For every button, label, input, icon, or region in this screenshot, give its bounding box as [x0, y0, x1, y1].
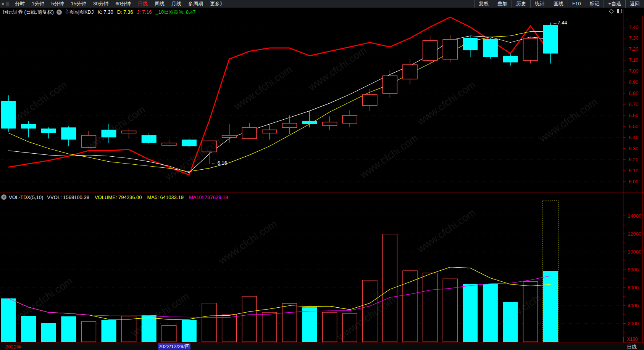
volume-bar[interactable] [503, 302, 518, 342]
volume-bar[interactable] [543, 271, 558, 342]
volume-bar[interactable] [182, 320, 197, 342]
volume-unit-label: X100 [623, 337, 641, 342]
volume-bar[interactable] [41, 323, 56, 342]
candle[interactable] [262, 130, 277, 133]
vol-ma5-value: MA5: 641033.19 [147, 194, 183, 200]
axis-label: 12000 [628, 231, 641, 237]
price-ma-white-line [8, 36, 550, 173]
year-label: 2022年 [5, 344, 21, 350]
candle[interactable] [463, 38, 478, 50]
axis-label: 7.10 [629, 57, 638, 63]
volume-bar[interactable] [282, 303, 297, 342]
axis-label: 7.00 [629, 68, 638, 74]
candle[interactable] [61, 127, 76, 140]
axis-label: 8000 [628, 267, 639, 273]
candle[interactable] [182, 140, 197, 146]
volume-bar[interactable] [21, 316, 36, 342]
volume-bar[interactable] [81, 321, 96, 342]
volume-bar[interactable] [142, 315, 157, 342]
candle[interactable] [242, 128, 257, 139]
axis-label: 6.90 [629, 79, 638, 85]
candle[interactable] [1, 101, 16, 128]
volume-bar[interactable] [1, 299, 16, 342]
vol-indicator-label[interactable]: VOL-TDX(5,10) [9, 194, 43, 200]
candle[interactable] [443, 39, 457, 59]
candle[interactable] [81, 135, 96, 148]
candle[interactable] [403, 65, 417, 79]
candle[interactable] [142, 135, 157, 143]
volume-bar[interactable] [122, 316, 136, 342]
axis-label: 14000 [628, 213, 641, 219]
trading-app-window: » 分时 1分钟 5分钟 15分钟 30分钟 60分钟 日线 周线 月线 多周期… [0, 0, 644, 350]
axis-label: 2000 [628, 321, 639, 326]
volume-bar[interactable] [423, 273, 437, 342]
vvol-value: VVOL: 1569100.38 [47, 194, 89, 200]
chevron-down-icon[interactable]: ∨ [1, 194, 6, 200]
price-annotation-high: ←7.44 [552, 20, 567, 26]
volume-bar[interactable] [242, 296, 257, 342]
axis-label: 6.80 [629, 90, 638, 96]
candle[interactable] [162, 143, 176, 145]
volume-bar[interactable] [61, 316, 76, 342]
candle[interactable] [122, 131, 136, 133]
candle[interactable] [383, 76, 397, 93]
axis-label: 7.30 [629, 35, 638, 41]
price-annotation-low: ← 6.16 [211, 160, 227, 166]
volume-bar[interactable] [483, 284, 498, 342]
volume-value: VOLUME: 794236.00 [95, 194, 142, 200]
candle[interactable] [423, 40, 437, 60]
axis-label: 4000 [628, 303, 639, 308]
candle[interactable] [282, 123, 297, 128]
axis-label: 6000 [628, 285, 639, 291]
volume-bar[interactable] [302, 307, 317, 342]
candle[interactable] [302, 121, 317, 124]
candle[interactable] [363, 95, 377, 106]
axis-label: 7.20 [629, 46, 638, 52]
time-axis-bar[interactable]: 2022年 2022/12/29/四 日线 [0, 343, 644, 350]
axis-label: 6.50 [629, 124, 638, 129]
volume-bar[interactable] [262, 312, 277, 342]
kline-volume-chart[interactable]: 6.006.106.206.306.406.506.606.706.806.90… [0, 0, 644, 350]
axis-label: 6.70 [629, 101, 638, 107]
candle[interactable] [222, 135, 237, 138]
volume-bar[interactable] [523, 281, 538, 342]
vol-ma10-value: MA10: 737629.19 [189, 194, 228, 200]
volume-bar[interactable] [403, 271, 417, 342]
axis-label: 6.40 [629, 135, 638, 140]
volume-bar[interactable] [202, 303, 216, 342]
candle[interactable] [202, 141, 216, 152]
axis-label: 6.30 [629, 146, 638, 151]
axis-label: 7.40 [629, 24, 638, 30]
axis-label: 6.20 [629, 157, 638, 162]
volume-bar[interactable] [383, 234, 397, 342]
candle[interactable] [323, 122, 337, 125]
axis-label: 6.60 [629, 112, 638, 118]
candle[interactable] [342, 116, 357, 123]
axis-label: 6.00 [629, 179, 638, 185]
candle[interactable] [483, 39, 498, 57]
volume-bar[interactable] [323, 312, 337, 342]
volume-indicator-bar: ∨ VOL-TDX(5,10) VVOL: 1569100.38 VOLUME:… [1, 194, 228, 201]
volume-bar[interactable] [222, 314, 237, 342]
candle[interactable] [543, 25, 558, 53]
candle[interactable] [503, 56, 518, 62]
volume-bar[interactable] [162, 326, 176, 342]
selected-date-cell[interactable]: 2022/12/29/四 [158, 343, 190, 350]
volume-bar[interactable] [342, 313, 357, 342]
candle[interactable] [41, 128, 56, 133]
volume-bar[interactable] [463, 284, 478, 342]
axis-label: 10000 [628, 249, 641, 255]
volume-bar[interactable] [363, 280, 377, 342]
candle[interactable] [102, 130, 116, 137]
axis-label: 6.10 [629, 168, 638, 173]
candle[interactable] [523, 38, 538, 60]
volume-bar[interactable] [102, 320, 116, 342]
period-label: 日线 [627, 344, 637, 350]
candle[interactable] [21, 124, 36, 129]
